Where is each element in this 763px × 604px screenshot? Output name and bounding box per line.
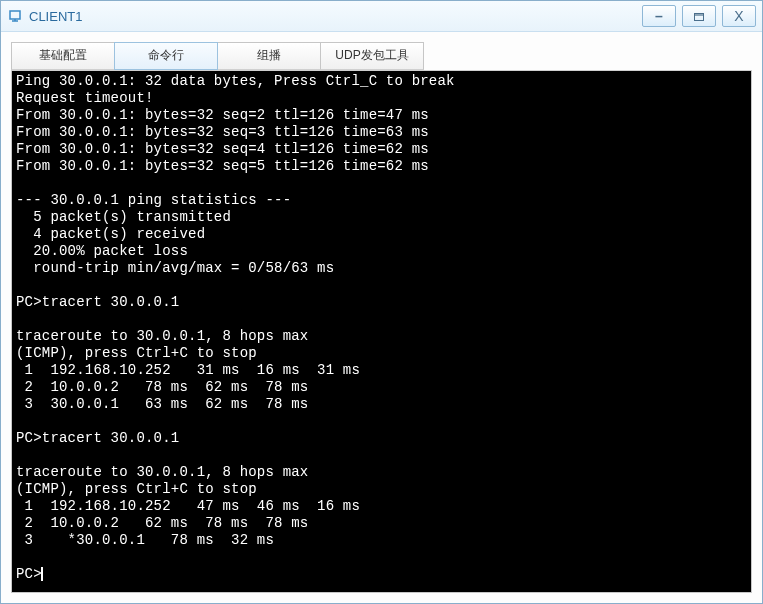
terminal-line: PC>tracert 30.0.0.1: [16, 430, 179, 446]
maximize-icon: [694, 8, 704, 24]
terminal-line: 20.00% packet loss: [16, 243, 188, 259]
tab-multicast[interactable]: 组播: [217, 42, 321, 70]
terminal-line: 1 192.168.10.252 47 ms 46 ms 16 ms: [16, 498, 360, 514]
close-button[interactable]: X: [722, 5, 756, 27]
terminal-line: From 30.0.0.1: bytes=32 seq=4 ttl=126 ti…: [16, 141, 429, 157]
window-title: CLIENT1: [29, 9, 82, 24]
app-icon: [7, 8, 23, 24]
terminal-line: Request timeout!: [16, 90, 154, 106]
tab-bar: 基础配置 命令行 组播 UDP发包工具: [11, 42, 752, 71]
app-window: CLIENT1 – X 基础配置 命令行 组播 UDP发包工具 Ping 30.…: [0, 0, 763, 604]
terminal-line: (ICMP), press Ctrl+C to stop: [16, 345, 257, 361]
terminal-line: (ICMP), press Ctrl+C to stop: [16, 481, 257, 497]
terminal-line: traceroute to 30.0.0.1, 8 hops max: [16, 464, 308, 480]
tab-command-line[interactable]: 命令行: [114, 42, 218, 70]
tab-udp-tool[interactable]: UDP发包工具: [320, 42, 424, 70]
terminal-line: 2 10.0.0.2 62 ms 78 ms 78 ms: [16, 515, 308, 531]
tab-basic-config[interactable]: 基础配置: [11, 42, 115, 70]
terminal-line: PC>tracert 30.0.0.1: [16, 294, 179, 310]
cursor-icon: [41, 567, 43, 581]
terminal-line: From 30.0.0.1: bytes=32 seq=5 ttl=126 ti…: [16, 158, 429, 174]
maximize-button[interactable]: [682, 5, 716, 27]
titlebar[interactable]: CLIENT1 – X: [1, 1, 762, 32]
terminal-line: traceroute to 30.0.0.1, 8 hops max: [16, 328, 308, 344]
terminal-line: 1 192.168.10.252 31 ms 16 ms 31 ms: [16, 362, 360, 378]
terminal-line: 4 packet(s) received: [16, 226, 205, 242]
terminal-line: 5 packet(s) transmitted: [16, 209, 231, 225]
terminal-line: 3 30.0.0.1 63 ms 62 ms 78 ms: [16, 396, 308, 412]
minimize-icon: –: [655, 8, 663, 24]
terminal-line: round-trip min/avg/max = 0/58/63 ms: [16, 260, 334, 276]
terminal-prompt: PC>: [16, 566, 42, 582]
minimize-button[interactable]: –: [642, 5, 676, 27]
close-icon: X: [734, 8, 743, 24]
terminal-line: --- 30.0.0.1 ping statistics ---: [16, 192, 291, 208]
terminal-line: Ping 30.0.0.1: 32 data bytes, Press Ctrl…: [16, 73, 455, 89]
terminal-line: 2 10.0.0.2 78 ms 62 ms 78 ms: [16, 379, 308, 395]
terminal-line: 3 *30.0.0.1 78 ms 32 ms: [16, 532, 274, 548]
content-area: 基础配置 命令行 组播 UDP发包工具 Ping 30.0.0.1: 32 da…: [1, 32, 762, 603]
terminal-line: From 30.0.0.1: bytes=32 seq=2 ttl=126 ti…: [16, 107, 429, 123]
terminal-line: From 30.0.0.1: bytes=32 seq=3 ttl=126 ti…: [16, 124, 429, 140]
terminal[interactable]: Ping 30.0.0.1: 32 data bytes, Press Ctrl…: [11, 71, 752, 593]
